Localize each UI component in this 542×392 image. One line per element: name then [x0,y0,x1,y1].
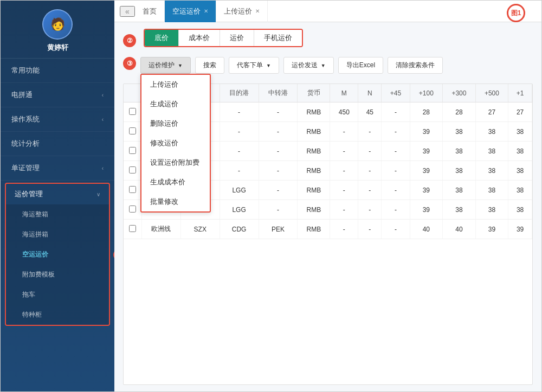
cell-m: - [330,181,358,200]
cell-p100: 39 [410,161,443,181]
cell-p45: - [382,161,410,181]
freight-submenu: 海运整箱 海运拼箱 空运运价 ① 附加费模板 拖车 特种柜 [6,204,109,325]
freight-send-button[interactable]: 运价发送 [283,57,334,74]
dropdown-item-generate[interactable]: 生成运价 [141,94,210,114]
cell-p45: - [382,220,410,239]
cell-p100: 39 [410,142,443,161]
cell-p1: 38 [508,142,532,161]
sidebar-item-freight[interactable]: 运价管理 ∨ [6,184,109,204]
price-tab-mobile[interactable]: 手机运价 [254,30,302,46]
sidebar-item-air-freight[interactable]: 空运运价 ① [6,245,109,265]
sidebar-item-common[interactable]: 常用功能 [1,59,114,83]
dropdown-item-modify[interactable]: 修改运价 [141,133,210,153]
cell-origin: SZX [180,220,220,239]
tab-bar: « 首页 空运运价 ✕ 上传运价 ✕ 图1 [114,1,541,22]
sidebar-item-ops[interactable]: 操作系统 ‹ [1,107,114,132]
dropdown-item-upload[interactable]: 上传运价 [141,75,210,94]
tab-close-icon[interactable]: ✕ [255,8,260,14]
price-tab-base[interactable]: 底价 [145,30,179,46]
main-content: « 首页 空运运价 ✕ 上传运价 ✕ 图1 ② [114,1,541,391]
annotation-badge-2: ② [123,34,136,47]
chevron-down-icon: ∨ [96,191,100,197]
tab-back-button[interactable]: « [120,6,135,17]
row-checkbox[interactable] [129,225,136,232]
cell-p1: 38 [508,122,532,142]
cell-p100: 39 [410,122,443,142]
cell-p300: 38 [443,181,476,200]
sidebar-item-special[interactable]: 特种柜 [6,305,109,325]
cell-p100: 39 [410,181,443,200]
price-tab-freight[interactable]: 运价 [220,30,254,46]
col-p1: +1 [508,84,532,102]
col-p45: +45 [382,84,410,102]
sidebar-item-surcharge[interactable]: 附加费模板 [6,265,109,285]
cell-p1: 39 [508,220,532,239]
cell-currency: RMB [298,102,330,122]
row-checkbox[interactable] [129,108,136,115]
tab-air-freight[interactable]: 空运运价 ✕ [165,1,216,22]
row-checkbox-cell [124,102,142,122]
cell-n: - [358,220,382,239]
freight-maintenance-menu: 上传运价 生成运价 删除运价 修改运价 设置运价附加费 生成成本价 批量修改 [140,74,211,213]
cell-transit: - [259,161,298,181]
cell-dest: LGG [220,181,259,200]
cell-m: - [330,220,358,239]
cell-p500: 38 [475,181,508,200]
search-button[interactable]: 搜索 [195,57,224,74]
cell-n: - [358,122,382,142]
proxy-order-button[interactable]: 代客下单 [229,57,279,74]
cell-dest: LGG [220,200,259,220]
row-checkbox[interactable] [129,127,136,134]
toolbar-row: ③ 运价维护 上传运价 生成运价 删除运价 [123,57,533,79]
toolbar-with-dropdown: 运价维护 上传运价 生成运价 删除运价 修改运价 设置运价附加费 生成成本价 批… [140,57,443,79]
sidebar-item-sea-fcl[interactable]: 海运整箱 [6,204,109,224]
tab-close-icon[interactable]: ✕ [204,8,208,14]
row-checkbox[interactable] [129,186,136,193]
clear-search-button[interactable]: 清除搜索条件 [388,57,443,74]
username-label: 黄婷轩 [47,43,68,53]
col-dest: 目的港 [220,84,259,102]
cell-dest: - [220,161,259,181]
row-checkbox[interactable] [129,147,136,154]
col-p300: +300 [443,84,476,102]
row-checkbox[interactable] [129,166,136,173]
cell-dest: - [220,142,259,161]
cell-p500: 38 [475,161,508,181]
row-checkbox[interactable] [129,205,136,213]
fig1-circle: 图1 [507,4,525,22]
cell-dest: - [220,102,259,122]
dropdown-item-surcharge[interactable]: 设置运价附加费 [141,153,210,172]
avatar: 🧑 [42,9,73,40]
dropdown-item-gen-cost[interactable]: 生成成本价 [141,172,210,192]
cell-p1: 27 [508,102,532,122]
cell-n: - [358,181,382,200]
sidebar-item-epintong[interactable]: 电拼通 ‹ [1,83,114,107]
dropdown-item-delete[interactable]: 删除运价 [141,114,210,133]
cell-m: - [330,200,358,220]
cell-p45: - [382,142,410,161]
sidebar-item-docs[interactable]: 单证管理 ‹ [1,156,114,181]
price-tab-cost[interactable]: 成本价 [179,30,220,46]
sidebar-item-sea-lcl[interactable]: 海运拼箱 [6,224,109,245]
cell-p300: 38 [443,200,476,220]
col-currency: 货币 [298,84,330,102]
annotation-badge-3: ③ [123,57,136,70]
cell-p500: 38 [475,122,508,142]
freight-maintenance-button[interactable]: 运价维护 [140,57,191,74]
dropdown-item-batch[interactable]: 批量修改 [141,192,210,211]
freight-maintenance-dropdown: 运价维护 上传运价 生成运价 删除运价 修改运价 设置运价附加费 生成成本价 批… [140,57,191,74]
content-area: ② 底价 成本价 运价 手机运价 ③ 运价维护 [114,22,541,391]
cell-currency: RMB [298,142,330,161]
row-checkbox-cell [124,142,142,161]
freight-management-section: 运价管理 ∨ 海运整箱 海运拼箱 空运运价 ① 附加费模板 拖车 特种柜 [5,183,110,326]
cell-dest: CDG [220,220,259,239]
tab-home[interactable]: 首页 [135,1,165,22]
table-row: 欧洲线 SZX CDG PEK RMB - - - 40 40 39 39 [124,220,532,239]
cell-m: - [330,122,358,142]
tab-upload-freight[interactable]: 上传运价 ✕ [216,1,268,22]
export-excel-button[interactable]: 导出Excel [338,57,383,74]
row-checkbox-cell [124,200,142,220]
sidebar-item-stats[interactable]: 统计分析 [1,132,114,156]
sidebar-item-truck[interactable]: 拖车 [6,285,109,305]
cell-transit: - [259,200,298,220]
